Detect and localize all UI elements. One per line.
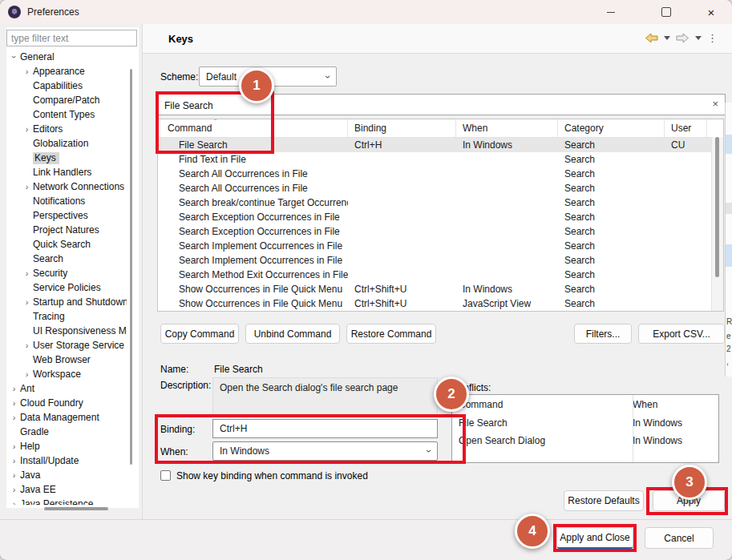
column-header-user[interactable]: User <box>665 119 707 137</box>
chevron-down-icon: › <box>322 75 334 79</box>
chevron-down-icon: › <box>423 449 435 453</box>
sidebar-item-project-natures[interactable]: Project Natures <box>6 223 127 237</box>
export-csv-button[interactable]: Export CSV... <box>638 324 725 344</box>
apply-and-close-button[interactable]: Apply and Close <box>556 527 633 549</box>
sidebar-item-appearance[interactable]: Appearance <box>6 64 127 79</box>
sidebar-item-security[interactable]: Security <box>6 266 127 280</box>
chevron-right-icon <box>21 367 33 381</box>
chevron-right-icon <box>21 179 33 194</box>
table-row[interactable]: Search Method Exit Occurrences in FileSe… <box>158 268 723 282</box>
table-row[interactable]: Search Implement Occurrences in FileSear… <box>158 239 723 253</box>
conflicts-column-command: Command <box>452 395 626 414</box>
command-search-input[interactable] <box>163 97 695 114</box>
back-arrow-icon[interactable] <box>645 33 658 43</box>
app-icon <box>8 6 21 18</box>
annotation-step-3: 3 <box>672 465 707 500</box>
table-row[interactable]: Search Exception Occurrences in FileSear… <box>158 224 723 239</box>
sidebar-item-search[interactable]: Search <box>6 252 127 266</box>
conflicts-row[interactable]: Open Search DialogIn Windows <box>452 432 718 449</box>
restore-defaults-button[interactable]: Restore Defaults <box>564 490 644 511</box>
window-title: Preferences <box>27 6 79 18</box>
chevron-right-icon <box>21 64 33 79</box>
binding-input[interactable]: Ctrl+H <box>212 419 438 438</box>
sidebar-item-general[interactable]: General <box>6 50 127 64</box>
table-row[interactable]: Search break/continue Target Occurrences… <box>158 195 723 210</box>
sidebar-item-editors[interactable]: Editors <box>6 122 127 136</box>
minimize-icon <box>607 12 615 13</box>
chevron-right-icon <box>8 453 20 468</box>
sidebar-item-ant[interactable]: Ant <box>6 381 127 396</box>
sidebar-item-capabilities[interactable]: Capabilities <box>6 79 127 93</box>
sidebar-item-globalization[interactable]: Globalization <box>6 136 127 151</box>
restore-command-button[interactable]: Restore Command <box>346 324 436 344</box>
sidebar-item-compare-patch[interactable]: Compare/Patch <box>6 93 127 107</box>
annotation-step-2: 2 <box>434 377 469 412</box>
column-header-binding[interactable]: Binding <box>348 119 456 137</box>
sidebar-item-link-handlers[interactable]: Link Handlers <box>6 165 127 179</box>
table-row[interactable]: Search All Occurrences in FileSearch <box>158 167 723 181</box>
tree-horizontal-scrollbar[interactable] <box>44 507 108 510</box>
sidebar-item-keys[interactable]: Keys <box>6 151 127 165</box>
column-header-category[interactable]: Category <box>558 119 665 137</box>
sidebar-item-help[interactable]: Help <box>6 439 127 453</box>
chevron-right-icon <box>8 381 20 396</box>
column-header-command[interactable]: Commandˆ <box>158 119 348 137</box>
sidebar-item-service-policies[interactable]: Service Policies <box>6 280 127 295</box>
sidebar-item-user-storage-service[interactable]: User Storage Service <box>6 338 127 353</box>
table-row[interactable]: Search All Occurrences in FileSearch <box>158 181 723 195</box>
sort-indicator-icon: ˆ <box>214 119 216 132</box>
table-row[interactable]: Find Text in FileSearch <box>158 152 723 167</box>
sidebar-item-notifications[interactable]: Notifications <box>6 194 127 208</box>
view-menu-icon[interactable]: ⋮ <box>707 32 718 44</box>
sidebar-item-startup-and-shutdown[interactable]: Startup and Shutdown <box>6 295 127 309</box>
table-row[interactable]: File SearchCtrl+HIn WindowsSearchCU <box>158 138 723 152</box>
sidebar-item-data-management[interactable]: Data Management <box>6 410 127 425</box>
clear-search-icon[interactable]: × <box>712 98 718 110</box>
sidebar-item-content-types[interactable]: Content Types <box>6 107 127 122</box>
annotation-step-4: 4 <box>515 514 550 549</box>
sidebar-item-install-update[interactable]: Install/Update <box>6 453 127 468</box>
binding-label: Binding: <box>160 424 195 435</box>
sidebar-item-workspace[interactable]: Workspace <box>6 367 127 381</box>
panel-divider[interactable] <box>142 24 143 519</box>
forward-arrow-icon[interactable] <box>676 33 690 43</box>
chevron-right-icon <box>8 482 20 497</box>
conflicts-column-when: When <box>626 395 706 414</box>
maximize-button[interactable] <box>648 0 685 24</box>
sidebar-item-cloud-foundry[interactable]: Cloud Foundry <box>6 396 127 410</box>
sidebar-item-gradle[interactable]: Gradle <box>6 425 127 439</box>
when-combo[interactable]: In Windows› <box>212 441 438 461</box>
sidebar-item-java-persistence[interactable]: Java Persistence <box>6 497 127 505</box>
filter-input[interactable] <box>6 30 137 46</box>
page-title: Keys <box>168 33 193 45</box>
table-row[interactable]: Show Occurrences in File Quick MenuCtrl+… <box>158 282 723 296</box>
unbind-command-button[interactable]: Unbind Command <box>245 324 340 344</box>
sidebar-item-web-browser[interactable]: Web Browser <box>6 353 127 367</box>
back-history-dropdown-icon[interactable] <box>664 36 670 40</box>
sidebar-item-java-ee[interactable]: Java EE <box>6 482 127 497</box>
table-row[interactable]: Search Implement Occurrences in FileSear… <box>158 253 723 268</box>
table-row[interactable]: Show Occurrences in File Quick MenuCtrl+… <box>158 296 723 311</box>
sidebar-item-quick-search[interactable]: Quick Search <box>6 237 127 252</box>
sidebar-item-perspectives[interactable]: Perspectives <box>6 208 127 223</box>
cancel-button[interactable]: Cancel <box>645 527 714 549</box>
close-button[interactable]: × <box>690 0 732 24</box>
name-value: File Search <box>214 364 263 375</box>
sidebar-item-tracing[interactable]: Tracing <box>6 309 127 324</box>
conflicts-row[interactable]: File SearchIn Windows <box>452 414 718 432</box>
show-key-binding-checkbox[interactable] <box>160 470 171 481</box>
sidebar-item-network-connections[interactable]: Network Connections <box>6 179 127 194</box>
table-row[interactable]: Search Exception Occurrences in FileSear… <box>158 210 723 224</box>
maximize-icon <box>661 7 671 17</box>
minimize-button[interactable] <box>592 0 629 24</box>
table-vertical-scrollbar[interactable] <box>711 137 723 311</box>
conflicts-table: CommandWhen File SearchIn Windows Open S… <box>451 394 719 463</box>
sidebar-item-java[interactable]: Java <box>6 468 127 482</box>
column-header-when[interactable]: When <box>456 119 558 137</box>
filters-button[interactable]: Filters... <box>574 324 632 344</box>
sidebar-item-ui-responsiveness[interactable]: UI Responsiveness Monitoring <box>6 324 127 338</box>
tree-vertical-scrollbar[interactable] <box>130 69 132 465</box>
forward-history-dropdown-icon[interactable] <box>695 36 702 40</box>
copy-command-button[interactable]: Copy Command <box>160 324 239 344</box>
chevron-right-icon <box>21 295 33 309</box>
